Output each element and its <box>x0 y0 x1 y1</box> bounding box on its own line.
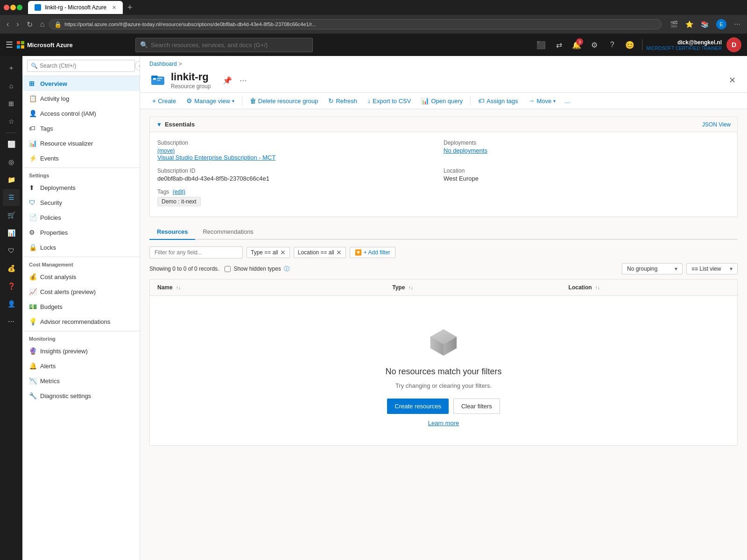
sidebar-item-properties[interactable]: ⚙ Properties <box>22 225 140 240</box>
sidebar-search-input[interactable] <box>27 60 135 72</box>
create-resources-button[interactable]: Create resources <box>387 399 449 414</box>
icon-rail-item-active[interactable]: ☰ <box>3 189 20 206</box>
user-avatar[interactable]: D <box>726 37 741 52</box>
clear-filters-button[interactable]: Clear filters <box>453 399 500 414</box>
nav-home-button[interactable]: ⌂ <box>37 18 48 30</box>
settings-button[interactable]: ⚙ <box>586 36 603 53</box>
grouping-dropdown[interactable]: No grouping ▾ <box>622 263 683 274</box>
icon-rail-item-home[interactable]: ⌂ <box>3 77 20 94</box>
show-hidden-checkbox[interactable] <box>225 266 231 272</box>
manage-view-button[interactable]: ⚙ Manage view ▾ <box>182 95 239 107</box>
sidebar-item-tags[interactable]: 🏷 Tags <box>22 121 140 136</box>
refresh-button[interactable]: ↻ Refresh <box>324 95 362 107</box>
sidebar-item-access-control[interactable]: 👤 Access control (IAM) <box>22 106 140 121</box>
sidebar-item-advisor-recommendations[interactable]: 💡 Advisor recommendations <box>22 314 140 329</box>
icon-rail-item-help[interactable]: ❓ <box>3 278 20 294</box>
sidebar-item-overview[interactable]: ⊞ Overview <box>22 76 140 91</box>
new-tab-button[interactable]: + <box>124 1 136 14</box>
resource-pin-button[interactable]: 📌 <box>221 74 234 87</box>
more-actions-button[interactable]: ... <box>561 95 574 107</box>
cloud-shell-button[interactable]: ⬛ <box>533 36 550 53</box>
icon-rail: ＋ ⌂ ⊞ ☆ ⬜ ◎ 📁 ☰ 🛒 📊 🛡 💰 ❓ 👤 ⋯ <box>0 56 22 556</box>
learn-more-link[interactable]: Learn more <box>428 420 459 427</box>
browser-profile-btn[interactable]: E <box>713 17 729 31</box>
tags-edit-link[interactable]: (edit) <box>173 189 185 195</box>
browser-extension-btn-2[interactable]: ⭐ <box>683 17 696 31</box>
icon-rail-item-monitor[interactable]: 📊 <box>3 224 20 241</box>
icon-rail-item-dashboard[interactable]: ⊞ <box>3 95 20 112</box>
sidebar-collapse-button[interactable]: « <box>135 61 140 71</box>
global-search-input[interactable] <box>135 38 313 52</box>
essentials-collapse-icon[interactable]: ▼ <box>156 121 162 128</box>
icon-rail-item-rg[interactable]: 📁 <box>3 171 20 188</box>
col-name-sort[interactable]: ↑↓ <box>176 285 181 290</box>
resource-more-button[interactable]: ⋯ <box>238 74 249 87</box>
breadcrumb-dashboard-link[interactable]: Dashboard <box>149 61 177 67</box>
browser-collections-btn[interactable]: 📚 <box>698 17 712 31</box>
export-button[interactable]: ↓ Export to CSV <box>363 95 416 107</box>
browser-more-btn[interactable]: ⋯ <box>731 17 743 31</box>
sidebar-item-resource-visualizer[interactable]: 📊 Resource visualizer <box>22 136 140 151</box>
sidebar-item-cost-alerts[interactable]: 📈 Cost alerts (preview) <box>22 284 140 299</box>
subscription-move-link[interactable]: (move) <box>157 147 175 154</box>
icon-rail-item-user[interactable]: 👤 <box>3 295 20 312</box>
sidebar-hamburger-button[interactable]: ☰ <box>6 40 13 50</box>
tab-recommendations[interactable]: Recommendations <box>195 224 261 240</box>
sidebar-item-alerts[interactable]: 🔔 Alerts <box>22 358 140 373</box>
open-query-button[interactable]: 📊 Open query <box>416 95 467 107</box>
deployments-value-link[interactable]: No deployments <box>444 147 487 154</box>
filter-input[interactable] <box>149 246 243 259</box>
sidebar-item-diagnostic-settings[interactable]: 🔧 Diagnostic settings <box>22 388 140 403</box>
browser-extension-btn-1[interactable]: 🎬 <box>667 17 681 31</box>
assign-tags-button[interactable]: 🏷 Assign tags <box>473 95 522 107</box>
sidebar-item-locks[interactable]: 🔒 Locks <box>22 240 140 255</box>
sidebar-item-cost-analysis[interactable]: 💰 Cost analysis <box>22 269 140 284</box>
tab-resources[interactable]: Resources <box>149 224 195 240</box>
active-browser-tab[interactable]: linkit-rg - Microsoft Azure ✕ <box>28 1 123 14</box>
sidebar-item-activity-log[interactable]: 📋 Activity log <box>22 91 140 106</box>
create-button[interactable]: + Create <box>148 95 181 107</box>
subscription-name-link[interactable]: Visual Studio Enterprise Subscription - … <box>157 154 275 161</box>
address-bar[interactable]: 🔒 https://portal.azure.com/#@azure-today… <box>49 19 662 29</box>
delete-button[interactable]: 🗑 Delete resource group <box>245 95 323 107</box>
type-filter-remove[interactable]: ✕ <box>280 249 286 256</box>
window-close-btn[interactable] <box>4 5 9 10</box>
resource-close-button[interactable]: ✕ <box>727 73 738 87</box>
icon-rail-item-subscriptions[interactable]: ◎ <box>3 154 20 170</box>
add-filter-button[interactable]: 🔽 + Add filter <box>350 247 395 258</box>
feedback-button[interactable]: 😊 <box>621 36 638 53</box>
icon-rail-item-marketplace[interactable]: 🛒 <box>3 207 20 224</box>
show-hidden-label[interactable]: Show hidden types <box>233 266 281 272</box>
json-view-link[interactable]: JSON View <box>702 121 731 128</box>
sidebar-item-budgets[interactable]: 💵 Budgets <box>22 299 140 314</box>
sidebar-item-insights[interactable]: 🔮 Insights (preview) <box>22 343 140 358</box>
icon-rail-item-resources[interactable]: ⬜ <box>3 136 20 153</box>
insights-icon: 🔮 <box>29 347 36 355</box>
sidebar-item-events[interactable]: ⚡ Events <box>22 151 140 166</box>
sidebar-item-policies[interactable]: 📄 Policies <box>22 210 140 225</box>
nav-forward-button[interactable]: › <box>14 18 21 30</box>
col-location-sort[interactable]: ↑↓ <box>595 285 600 290</box>
list-view-dropdown[interactable]: ≡≡ List view ▾ <box>686 263 738 274</box>
sidebar-item-metrics[interactable]: 📉 Metrics <box>22 373 140 388</box>
sidebar-item-security[interactable]: 🛡 Security <box>22 195 140 210</box>
nav-refresh-button[interactable]: ↻ <box>24 18 35 31</box>
move-button[interactable]: → Move ▾ <box>524 95 561 107</box>
icon-rail-item-new[interactable]: ＋ <box>3 60 20 77</box>
directory-button[interactable]: ⇄ <box>550 36 567 53</box>
icon-rail-item-defender[interactable]: 🛡 <box>3 242 20 259</box>
icon-rail-item-favorites[interactable]: ☆ <box>3 113 20 130</box>
tab-close-icon[interactable]: ✕ <box>112 5 116 11</box>
help-button[interactable]: ? <box>604 36 620 53</box>
icon-rail-item-more[interactable]: ⋯ <box>3 313 20 330</box>
notifications-button[interactable]: 🔔 3 <box>568 36 585 53</box>
nav-back-button[interactable]: ‹ <box>4 18 12 30</box>
sidebar-item-deployments[interactable]: ⬆ Deployments <box>22 180 140 195</box>
col-type-sort[interactable]: ↑↓ <box>409 285 413 290</box>
show-hidden-info-icon[interactable]: ⓘ <box>284 265 289 273</box>
window-minimize-btn[interactable] <box>10 5 16 10</box>
window-maximize-btn[interactable] <box>17 5 22 10</box>
sidebar-cost-analysis-label: Cost analysis <box>40 273 76 280</box>
icon-rail-item-cost[interactable]: 💰 <box>3 260 20 277</box>
location-filter-remove[interactable]: ✕ <box>336 249 342 256</box>
